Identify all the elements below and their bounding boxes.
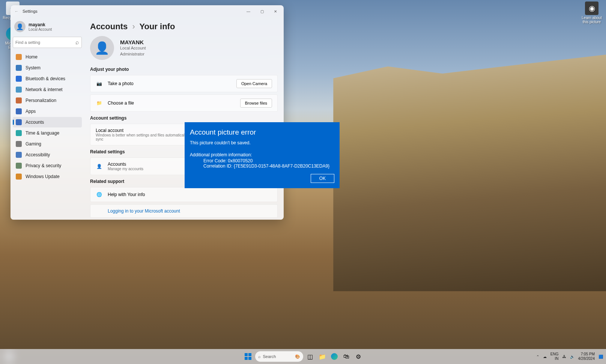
network-icon[interactable]: 🖧 <box>562 355 566 359</box>
ms-login-card[interactable]: Logging in to your Microsoft account <box>90 204 278 218</box>
sidebar-item-accessibility[interactable]: Accessibility <box>13 150 82 160</box>
sidebar-user-name: mayank <box>29 22 52 27</box>
profile-type: Local Account <box>120 45 146 51</box>
learn-label: Learn about this picture <box>580 16 603 24</box>
start-button[interactable] <box>243 352 253 361</box>
breadcrumb-current: Your info <box>139 22 175 31</box>
settings-taskbar-button[interactable]: ⚙ <box>353 352 363 361</box>
language-indicator[interactable]: ENG IN <box>550 352 559 361</box>
minimize-button[interactable]: — <box>242 9 255 13</box>
nav-label: Bluetooth & devices <box>26 76 65 81</box>
clock-time: 7:05 PM <box>578 352 595 357</box>
nav-label: Accounts <box>26 120 44 125</box>
help-your-info-label: Help with Your info <box>108 192 272 197</box>
error-correlation-id: Correlation ID: {7E5E91D3-0157-48A8-8AF7… <box>190 163 334 169</box>
sidebar-item-windows-update[interactable]: Windows Update <box>13 171 82 182</box>
profile-avatar-icon: 👤 <box>90 36 114 60</box>
nav-label: System <box>26 65 41 70</box>
taskbar-search-label: Search <box>263 354 276 359</box>
ok-button[interactable]: OK <box>311 174 334 183</box>
svg-rect-2 <box>245 357 248 360</box>
error-info-head: Additional problem information: <box>190 152 334 157</box>
nav-icon <box>16 87 22 93</box>
help-your-info-card[interactable]: 🌐 Help with Your info <box>90 187 278 202</box>
photo-section-head: Adjust your photo <box>90 67 278 72</box>
window-title: Settings <box>21 9 242 13</box>
close-button[interactable]: ✕ <box>269 9 282 13</box>
tray-chevron-icon[interactable]: ⌃ <box>536 355 539 359</box>
sidebar-item-system[interactable]: System <box>13 63 82 73</box>
nav-label: Apps <box>26 109 36 114</box>
person-icon: 👤 <box>96 163 102 170</box>
sidebar-user-block[interactable]: 👤 mayank Local Account <box>13 19 82 37</box>
profile-name: MAYANK <box>120 39 146 45</box>
taskbar-search[interactable]: ⌕ Search 🎨 <box>255 351 303 362</box>
nav-icon <box>16 141 22 147</box>
error-dialog: Account picture error This picture could… <box>185 122 340 188</box>
browse-files-button[interactable]: Browse files <box>240 99 272 108</box>
sidebar-user-type: Local Account <box>29 27 52 31</box>
edge-button[interactable] <box>329 352 339 361</box>
error-title: Account picture error <box>190 128 334 136</box>
sidebar-item-network-internet[interactable]: Network & internet <box>13 84 82 95</box>
titlebar: ← Settings — ▢ ✕ <box>11 5 284 17</box>
sidebar-item-privacy-security[interactable]: Privacy & security <box>13 160 82 171</box>
task-view-button[interactable]: ◫ <box>305 352 315 361</box>
local-account-label: Local account <box>96 128 194 133</box>
sidebar-item-time-language[interactable]: Time & language <box>13 128 82 138</box>
store-button[interactable]: 🛍 <box>341 352 351 361</box>
ms-login-link[interactable]: Logging in to your Microsoft account <box>108 208 180 214</box>
nav-label: Home <box>26 54 38 60</box>
search-icon: ⌕ <box>258 354 261 359</box>
search-input[interactable] <box>15 40 75 45</box>
explorer-button[interactable]: 📁 <box>317 352 327 361</box>
sidebar-item-accounts[interactable]: Accounts <box>13 117 82 127</box>
user-avatar-icon: 👤 <box>14 21 26 32</box>
breadcrumb: Accounts › Your info <box>90 22 278 31</box>
main-content: Accounts › Your info 👤 MAYANK Local Acco… <box>84 17 284 220</box>
profile-header: 👤 MAYANK Local Account Administrator <box>90 36 278 60</box>
folder-icon: 📁 <box>96 100 102 106</box>
copilot-icon[interactable]: 🟦 <box>598 355 603 359</box>
nav-label: Gaming <box>26 141 41 147</box>
error-code: Error Code: 0x80070520 <box>190 158 334 163</box>
onedrive-icon[interactable]: ☁ <box>543 355 547 359</box>
nav-icon <box>16 163 22 169</box>
nav-icon <box>16 174 22 180</box>
nav-label: Time & language <box>26 130 59 136</box>
nav-label: Privacy & security <box>26 163 61 168</box>
search-box[interactable]: ⌕ <box>13 37 82 48</box>
profile-role: Administrator <box>120 51 146 57</box>
sidebar-item-home[interactable]: Home <box>13 52 82 62</box>
take-photo-card: 📷 Take a photo Open Camera <box>90 75 278 92</box>
maximize-button[interactable]: ▢ <box>255 9 269 13</box>
back-button[interactable]: ← <box>12 9 21 13</box>
breadcrumb-parent[interactable]: Accounts <box>90 22 128 31</box>
sidebar-item-gaming[interactable]: Gaming <box>13 139 82 149</box>
open-camera-button[interactable]: Open Camera <box>236 79 272 88</box>
nav-icon <box>16 97 22 103</box>
nav-icon <box>16 54 22 60</box>
chevron-right-icon: › <box>132 22 135 31</box>
spotlight-icon: ◉ <box>589 4 595 13</box>
local-account-sub: Windows is better when settings and file… <box>96 133 194 141</box>
nav-icon <box>16 76 22 82</box>
svg-rect-1 <box>248 353 251 356</box>
clock-date: 4/28/2024 <box>578 357 595 361</box>
system-tray: ⌃ ☁ ENG IN 🖧 🔊 7:05 PM 4/28/2024 🟦 <box>536 352 603 361</box>
search-icon: ⌕ <box>75 39 79 46</box>
clock[interactable]: 7:05 PM 4/28/2024 <box>578 352 595 361</box>
choose-file-card: 📁 Choose a file Browse files <box>90 94 278 112</box>
nav-icon <box>16 119 22 125</box>
volume-icon[interactable]: 🔊 <box>570 355 574 359</box>
desktop-icon-learn-picture[interactable]: ◉ Learn about this picture <box>580 1 603 24</box>
svg-rect-3 <box>248 357 251 360</box>
nav-label: Accessibility <box>26 152 50 157</box>
globe-icon: 🌐 <box>96 191 102 198</box>
search-highlight-icon: 🎨 <box>295 354 300 359</box>
sidebar-item-personalization[interactable]: Personalization <box>13 95 82 106</box>
nav-icon <box>16 65 22 71</box>
sidebar-item-bluetooth-devices[interactable]: Bluetooth & devices <box>13 73 82 84</box>
sidebar-item-apps[interactable]: Apps <box>13 106 82 117</box>
account-settings-head: Account settings <box>90 115 278 121</box>
